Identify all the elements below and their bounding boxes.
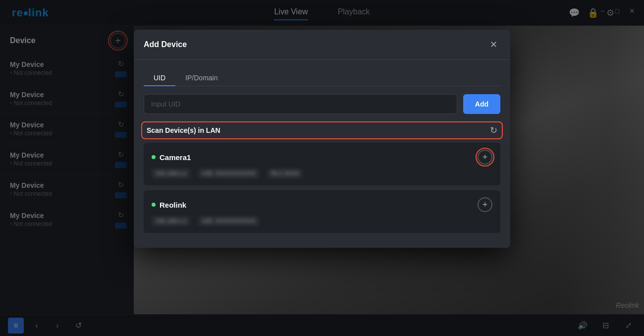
scan-info-model-camera1: RLC-810A bbox=[267, 168, 303, 178]
scan-info-uid-reolink: UID: XXXXXXXXXX bbox=[198, 216, 259, 226]
scan-device-name-camera1: Camera1 bbox=[152, 153, 191, 162]
scan-title: Scan Device(s) in LAN bbox=[147, 126, 220, 134]
scan-add-button-reolink[interactable]: + bbox=[478, 197, 492, 212]
scan-device-camera1: Camera1 + 192.168.x.x UID: XXXXXXXXXX RL… bbox=[144, 143, 500, 185]
uid-row: Add bbox=[144, 94, 500, 114]
uid-input[interactable] bbox=[144, 94, 457, 114]
uid-add-button[interactable]: Add bbox=[463, 94, 500, 114]
scan-info-uid-camera1: UID: XXXXXXXXXX bbox=[198, 168, 259, 178]
scan-device-info-reolink: 192.168.x.x UID: XXXXXXXXXX bbox=[152, 216, 492, 226]
modal-title: Add Device bbox=[144, 40, 187, 49]
scan-header: Scan Device(s) in LAN ↻ bbox=[144, 124, 500, 137]
scan-info-ip-camera1: 192.168.x.x bbox=[152, 168, 190, 178]
modal-close-button[interactable]: ✕ bbox=[486, 38, 500, 52]
scan-section: Scan Device(s) in LAN ↻ Camera1 + 192.16… bbox=[144, 124, 500, 233]
scan-device-info-camera1: 192.168.x.x UID: XXXXXXXXXX RLC-810A bbox=[152, 168, 492, 178]
modal-header: Add Device ✕ bbox=[134, 30, 510, 60]
scan-device-name-reolink: Reolink bbox=[152, 201, 186, 209]
modal-tab-uid[interactable]: UID bbox=[144, 70, 175, 86]
scan-refresh-icon[interactable]: ↻ bbox=[490, 125, 497, 136]
modal-body: UID IP/Domain Add Scan Device(s) in LAN … bbox=[134, 60, 510, 248]
modal-overlay: Add Device ✕ UID IP/Domain Add Scan Devi… bbox=[0, 0, 644, 336]
add-device-modal: Add Device ✕ UID IP/Domain Add Scan Devi… bbox=[134, 30, 510, 248]
modal-tab-ip[interactable]: IP/Domain bbox=[175, 70, 227, 86]
scan-info-ip-reolink: 192.168.x.x bbox=[152, 216, 190, 226]
scan-device-reolink: Reolink + 192.168.x.x UID: XXXXXXXXXX bbox=[144, 190, 500, 233]
online-dot-camera1 bbox=[152, 155, 156, 159]
online-dot-reolink bbox=[152, 203, 156, 207]
modal-tabs: UID IP/Domain bbox=[144, 70, 500, 86]
scan-add-button-camera1[interactable]: + bbox=[478, 150, 492, 165]
